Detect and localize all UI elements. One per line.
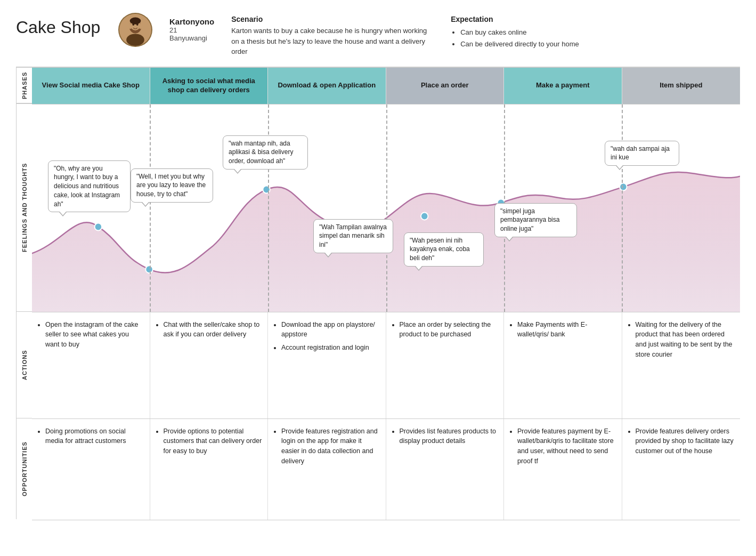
opportunity-cell-6: Provide features delivery orders provide… <box>622 419 741 520</box>
expectation-label: Expectation <box>451 15 611 23</box>
phases-row: View Social media Cake Shop Asking to so… <box>32 67 740 104</box>
dashed-line-5 <box>622 104 623 312</box>
action-cell-4: Place an order by selecting the product … <box>386 312 505 418</box>
opportunity-cell-1: Doing promotions on social media for att… <box>32 419 150 520</box>
svg-point-9 <box>95 223 102 230</box>
phase-2: Asking to social what media shop can del… <box>150 68 269 104</box>
bubble-5: "Wah pesen ini nih kayaknya enak, coba b… <box>404 232 484 267</box>
scenario-label: Scenario <box>231 15 434 23</box>
person-age: 21 <box>169 26 214 34</box>
dashed-line-1 <box>150 104 151 312</box>
opportunity-cell-2: Provide options to potential customers t… <box>150 419 269 520</box>
feelings-label: FEELINGS AND THOUGHTS <box>16 103 32 311</box>
svg-point-10 <box>145 265 152 273</box>
phase-4: Place an order <box>386 68 505 104</box>
avatar <box>118 13 152 47</box>
page-title: Cake Shop <box>16 13 101 37</box>
svg-point-15 <box>620 183 627 190</box>
bubble-2: "Well, I met you but why are you lazy to… <box>131 168 213 203</box>
action-cell-3: Download the app on playstore/ appstore … <box>268 312 386 418</box>
dashed-line-3 <box>386 104 387 312</box>
main-grid: PHASES FEELINGS AND THOUGHTS ACTIONS OPP… <box>16 67 740 520</box>
action-cell-1: Open the instagram of the cake seller to… <box>32 312 150 418</box>
svg-point-8 <box>139 24 142 29</box>
content-area: View Social media Cake Shop Asking to so… <box>32 67 740 520</box>
bubble-3: "wah mantap nih, ada aplikasi & bisa del… <box>223 135 308 170</box>
bubble-4: "Wah Tampilan awalnya simpel dan menarik… <box>313 219 393 253</box>
phases-label: PHASES <box>16 67 32 103</box>
expectation-list: Can buy cakes online Can be delivered di… <box>451 27 611 50</box>
person-city: Banyuwangi <box>169 34 214 42</box>
phase-6: Item shipped <box>622 68 741 104</box>
expectation-item: Can buy cakes online <box>460 27 611 38</box>
opportunity-cell-5: Provide features payment by E-wallet/ban… <box>504 419 622 520</box>
person-name: Kartonyono <box>169 17 214 26</box>
bubble-7: "wah dah sampai aja ini kue <box>605 141 679 166</box>
expectation-item: Can be delivered directly to your home <box>460 38 611 50</box>
opportunities-row: Doing promotions on social media for att… <box>32 419 740 520</box>
svg-point-7 <box>129 24 132 29</box>
phase-3: Download & open Application <box>268 68 386 104</box>
scenario-text: Karton wants to buy a cake because he is… <box>231 26 434 57</box>
opportunities-label: OPPORTUNITIES <box>16 418 32 519</box>
bubble-6: "simpel juga pembayarannya bisa online j… <box>494 203 577 237</box>
opportunity-cell-3: Provide features registration and login … <box>268 419 386 520</box>
svg-point-2 <box>126 34 144 46</box>
person-info: Kartonyono 21 Banyuwangi <box>169 13 214 42</box>
phase-1: View Social media Cake Shop <box>32 68 150 104</box>
actions-row: Open the instagram of the cake seller to… <box>32 312 740 419</box>
action-cell-2: Chat with the seller/cake shop to ask if… <box>150 312 269 418</box>
action-cell-6: Waiting for the delivery of the product … <box>622 312 741 418</box>
row-labels: PHASES FEELINGS AND THOUGHTS ACTIONS OPP… <box>16 67 32 520</box>
svg-point-13 <box>421 212 428 220</box>
expectation-section: Expectation Can buy cakes online Can be … <box>451 13 611 50</box>
header: Cake Shop Kartonyono 21 Banyuwangi Scena <box>16 13 740 67</box>
phase-5: Make a payment <box>504 68 622 104</box>
scenario-section: Scenario Karton wants to buy a cake beca… <box>231 13 434 57</box>
feelings-row: 🙂 🙁 <box>32 104 740 312</box>
action-cell-5: Make Payments with E-wallet/qris/ bank <box>504 312 622 418</box>
bubble-1: "Oh, why are you hungry, I want to buy a… <box>48 160 131 213</box>
opportunity-cell-4: Provides list features products to displ… <box>386 419 505 520</box>
page: Cake Shop Kartonyono 21 Banyuwangi Scena <box>0 0 756 533</box>
actions-label: ACTIONS <box>16 311 32 418</box>
svg-point-6 <box>130 18 141 25</box>
